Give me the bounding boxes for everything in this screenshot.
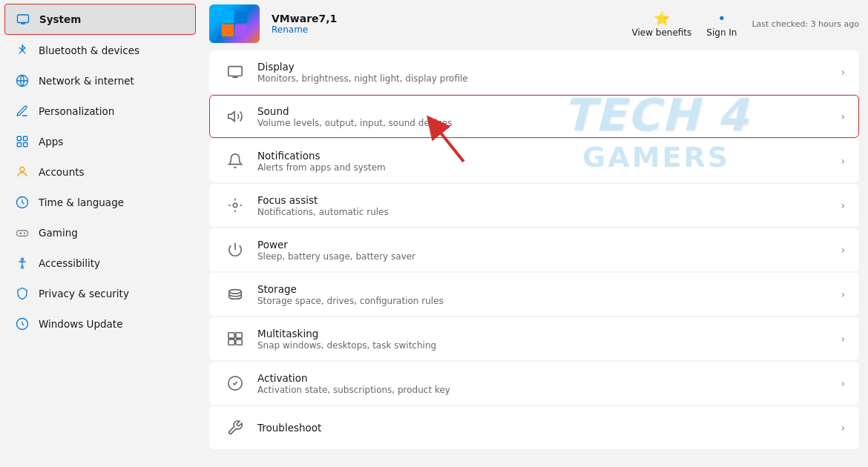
sidebar-item-personalization[interactable]: Personalization [4, 96, 196, 126]
apps-icon [15, 134, 30, 149]
settings-desc-display: Monitors, brightness, night light, displ… [257, 73, 841, 84]
sidebar-label-bluetooth: Bluetooth & devices [39, 44, 139, 56]
privacy-icon [15, 286, 30, 301]
settings-list: Display Monitors, brightness, night ligh… [209, 50, 859, 449]
settings-desc-activation: Activation state, subscriptions, product… [257, 385, 841, 395]
settings-title-display: Display [257, 61, 841, 73]
sound-settings-icon [223, 105, 247, 128]
sidebar-label-gaming: Gaming [39, 227, 78, 239]
rename-link[interactable]: Rename [272, 24, 620, 35]
sidebar-label-network: Network & internet [39, 75, 134, 87]
gaming-icon [15, 225, 30, 240]
svg-point-9 [22, 258, 24, 260]
sign-in-button[interactable]: • Sign In [706, 10, 737, 38]
benefits-icon: ⭐ [654, 10, 670, 26]
settings-desc-notifications: Alerts from apps and system [257, 162, 841, 173]
sidebar-item-accessibility[interactable]: Accessibility [4, 248, 196, 278]
sidebar-label-apps: Apps [39, 136, 63, 148]
power-settings-icon [223, 238, 247, 262]
sidebar-label-update: Windows Update [39, 318, 122, 330]
settings-item-troubleshoot[interactable]: Troubleshoot › [209, 406, 859, 449]
svg-point-6 [20, 167, 24, 171]
settings-item-display[interactable]: Display Monitors, brightness, night ligh… [209, 50, 859, 93]
sidebar-item-time[interactable]: Time & language [4, 188, 196, 217]
svg-rect-4 [17, 143, 21, 147]
settings-title-power: Power [257, 239, 841, 251]
multitasking-settings-icon [223, 327, 247, 351]
bluetooth-icon [15, 43, 30, 58]
view-benefits-button[interactable]: ⭐ View benefits [632, 10, 692, 38]
sidebar-item-privacy[interactable]: Privacy & security [4, 279, 196, 308]
settings-title-troubleshoot: Troubleshoot [257, 422, 841, 434]
settings-title-storage: Storage [257, 283, 841, 295]
settings-title-focus: Focus assist [257, 194, 841, 206]
svg-rect-12 [235, 11, 247, 23]
sidebar-item-accounts[interactable]: Accounts [4, 157, 196, 187]
chevron-icon-multitasking: › [841, 333, 845, 345]
sidebar-item-apps[interactable]: Apps [4, 127, 196, 156]
sidebar: System Bluetooth & devices Network & int… [0, 0, 200, 467]
svg-point-17 [233, 203, 237, 208]
settings-title-notifications: Notifications [257, 150, 841, 162]
last-checked-area: Last checked: 3 hours ago [752, 19, 859, 29]
time-icon [15, 195, 30, 210]
svg-rect-20 [236, 333, 242, 338]
svg-rect-22 [236, 340, 242, 345]
svg-rect-13 [222, 24, 234, 36]
notifications-settings-icon [223, 149, 247, 173]
settings-desc-focus: Notifications, automatic rules [257, 207, 841, 217]
settings-title-multitasking: Multitasking [257, 328, 841, 340]
sidebar-label-system: System [39, 13, 81, 25]
svg-rect-0 [18, 15, 29, 23]
chevron-icon-power: › [841, 244, 845, 256]
settings-desc-power: Sleep, battery usage, battery saver [257, 251, 841, 262]
settings-item-multitasking[interactable]: Multitasking Snap windows, desktops, tas… [209, 317, 859, 360]
sidebar-item-gaming[interactable]: Gaming [4, 218, 196, 248]
chevron-icon-storage: › [841, 288, 845, 300]
svg-rect-19 [228, 333, 234, 338]
display-settings-icon [223, 60, 247, 84]
settings-item-power[interactable]: Power Sleep, battery usage, battery save… [209, 228, 859, 271]
storage-settings-icon [223, 282, 247, 306]
chevron-icon-sound: › [841, 110, 845, 122]
header-area: VMware7,1 Rename ⭐ View benefits • Sign … [200, 0, 868, 50]
update-icon [15, 317, 30, 331]
personalization-icon [15, 104, 30, 119]
sidebar-item-update[interactable]: Windows Update [4, 309, 196, 339]
settings-desc-sound: Volume levels, output, input, sound devi… [257, 118, 841, 128]
settings-item-notifications[interactable]: Notifications Alerts from apps and syste… [209, 139, 859, 182]
svg-point-18 [229, 290, 242, 294]
settings-item-activation[interactable]: Activation Activation state, subscriptio… [209, 362, 859, 405]
settings-item-storage[interactable]: Storage Storage space, drives, configura… [209, 273, 859, 316]
settings-desc-multitasking: Snap windows, desktops, task switching [257, 340, 841, 351]
accounts-icon [15, 165, 30, 179]
sidebar-item-network[interactable]: Network & internet [4, 66, 196, 96]
svg-rect-11 [222, 11, 234, 23]
chevron-icon-focus: › [841, 199, 845, 211]
svg-rect-8 [17, 231, 28, 236]
sidebar-item-system[interactable]: System [4, 4, 196, 35]
svg-rect-15 [228, 67, 242, 76]
svg-rect-21 [228, 340, 234, 345]
chevron-icon-notifications: › [841, 155, 845, 167]
svg-rect-5 [24, 143, 27, 147]
chevron-icon-activation: › [841, 377, 845, 389]
svg-marker-16 [228, 112, 234, 122]
sidebar-label-accessibility: Accessibility [39, 257, 100, 269]
system-icon [16, 12, 30, 27]
sidebar-label-privacy: Privacy & security [39, 288, 129, 299]
svg-rect-14 [235, 24, 247, 36]
windows-logo [209, 4, 260, 43]
sidebar-label-accounts: Accounts [39, 166, 85, 178]
sign-in-icon: • [718, 10, 726, 26]
account-name: VMware7,1 [272, 13, 620, 24]
settings-desc-storage: Storage space, drives, configuration rul… [257, 296, 841, 306]
settings-item-sound[interactable]: Sound Volume levels, output, input, soun… [209, 95, 859, 138]
sidebar-item-bluetooth[interactable]: Bluetooth & devices [4, 36, 196, 65]
chevron-icon-display: › [841, 66, 845, 78]
main-content: Display Monitors, brightness, night ligh… [200, 50, 868, 467]
settings-item-focus[interactable]: Focus assist Notifications, automatic ru… [209, 184, 859, 227]
account-info: VMware7,1 Rename [272, 13, 620, 35]
settings-title-activation: Activation [257, 372, 841, 384]
svg-rect-3 [24, 136, 27, 140]
